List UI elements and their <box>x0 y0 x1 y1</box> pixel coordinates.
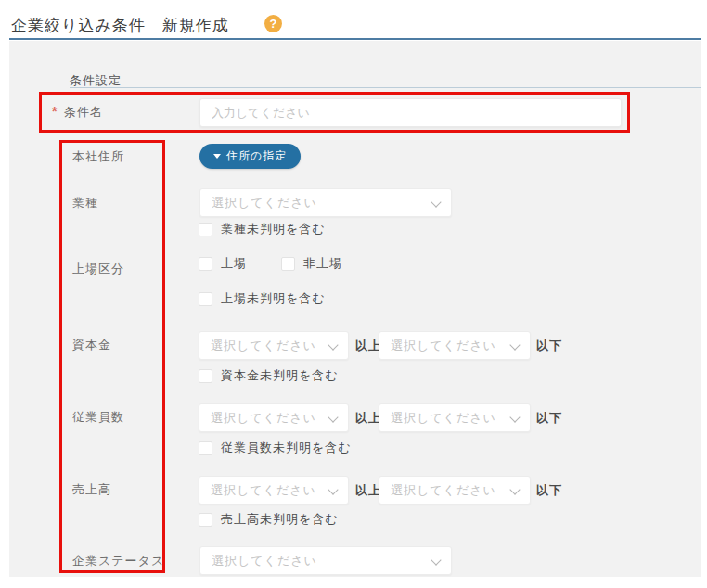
capital-min-select[interactable]: 選択してください <box>199 331 349 360</box>
listing-listed-row: 上場 <box>199 255 247 272</box>
listing-unlisted-checkbox-label: 非上場 <box>303 255 342 272</box>
industry-unknown-checkbox[interactable] <box>199 223 212 236</box>
listing-unknown-checkbox-label: 上場未判明を含む <box>221 290 326 307</box>
employees-unknown-row: 従業員数未判明を含む <box>199 440 352 456</box>
revenue-unknown-row: 売上高未判明を含む <box>199 511 339 528</box>
field-label-industry: 業種 <box>72 195 98 211</box>
required-asterisk: * <box>52 104 57 119</box>
field-label-capital: 資本金 <box>72 337 111 353</box>
employees-min-select[interactable]: 選択してください <box>199 403 349 432</box>
address-specify-button[interactable]: 住所の指定 <box>199 144 301 169</box>
company-status-select-placeholder: 選択してください <box>212 553 317 569</box>
section-divider <box>70 87 701 88</box>
chevron-down-icon <box>509 484 520 494</box>
listing-listed-checkbox[interactable] <box>199 257 212 271</box>
capital-max-select[interactable]: 選択してください <box>379 331 531 360</box>
capital-min-select-placeholder: 選択してください <box>211 338 316 354</box>
employees-max-select[interactable]: 選択してください <box>379 403 531 432</box>
help-icon[interactable]: ? <box>264 15 282 32</box>
industry-select-placeholder: 選択してください <box>212 195 317 211</box>
title-divider <box>9 38 701 40</box>
company-status-select[interactable]: 選択してください <box>199 546 452 575</box>
revenue-max-suffix: 以下 <box>536 482 562 499</box>
chevron-down-icon <box>431 197 441 207</box>
revenue-max-select-placeholder: 選択してください <box>391 482 496 499</box>
chevron-down-icon <box>328 484 338 494</box>
revenue-min-suffix: 以上 <box>355 482 381 499</box>
employees-unknown-checkbox-label: 従業員数未判明を含む <box>221 440 352 456</box>
listing-unknown-checkbox[interactable] <box>199 292 212 306</box>
employees-min-suffix: 以上 <box>355 410 381 427</box>
industry-unknown-row: 業種未判明を含む <box>199 221 326 237</box>
employees-max-select-placeholder: 選択してください <box>391 410 496 427</box>
page-title: 企業絞り込み条件 新規作成 <box>11 15 229 36</box>
revenue-max-select[interactable]: 選択してください <box>379 476 531 505</box>
chevron-down-icon <box>509 339 520 350</box>
condition-name-input[interactable] <box>199 98 622 127</box>
listing-unlisted-checkbox[interactable] <box>281 257 295 271</box>
chevron-down-icon <box>509 412 520 422</box>
capital-unknown-row: 資本金未判明を含む <box>199 367 339 384</box>
employees-max-suffix: 以下 <box>536 410 562 427</box>
capital-max-select-placeholder: 選択してください <box>391 338 496 354</box>
field-label-listing: 上場区分 <box>72 261 124 277</box>
industry-select[interactable]: 選択してください <box>199 188 452 217</box>
chevron-down-icon <box>328 412 338 422</box>
field-label-revenue: 売上高 <box>72 481 111 498</box>
revenue-min-select[interactable]: 選択してください <box>199 476 349 505</box>
triangle-down-icon <box>213 154 221 159</box>
listing-unlisted-row: 非上場 <box>281 255 342 272</box>
revenue-unknown-checkbox[interactable] <box>199 513 212 527</box>
revenue-min-select-placeholder: 選択してください <box>211 482 316 499</box>
capital-max-suffix: 以下 <box>536 338 562 354</box>
address-specify-button-label: 住所の指定 <box>226 148 287 164</box>
chevron-down-icon <box>431 555 441 565</box>
employees-min-select-placeholder: 選択してください <box>211 410 316 427</box>
revenue-unknown-checkbox-label: 売上高未判明を含む <box>221 511 339 528</box>
company-filter-create-page: 企業絞り込み条件 新規作成 ? 条件設定 * 条件名 本社住所 住所の指定 業種… <box>0 0 707 588</box>
listing-listed-checkbox-label: 上場 <box>221 255 247 272</box>
field-label-head-office-address: 本社住所 <box>72 148 124 165</box>
field-label-company-status: 企業ステータス <box>72 553 164 569</box>
listing-unknown-row: 上場未判明を含む <box>199 290 326 307</box>
industry-unknown-checkbox-label: 業種未判明を含む <box>221 221 326 237</box>
capital-min-suffix: 以上 <box>355 338 381 354</box>
field-label-condition-name: 条件名 <box>64 104 103 121</box>
employees-unknown-checkbox[interactable] <box>199 441 212 455</box>
chevron-down-icon <box>328 339 338 350</box>
capital-unknown-checkbox[interactable] <box>199 369 212 383</box>
capital-unknown-checkbox-label: 資本金未判明を含む <box>221 367 339 384</box>
field-label-employees: 従業員数 <box>72 409 124 426</box>
